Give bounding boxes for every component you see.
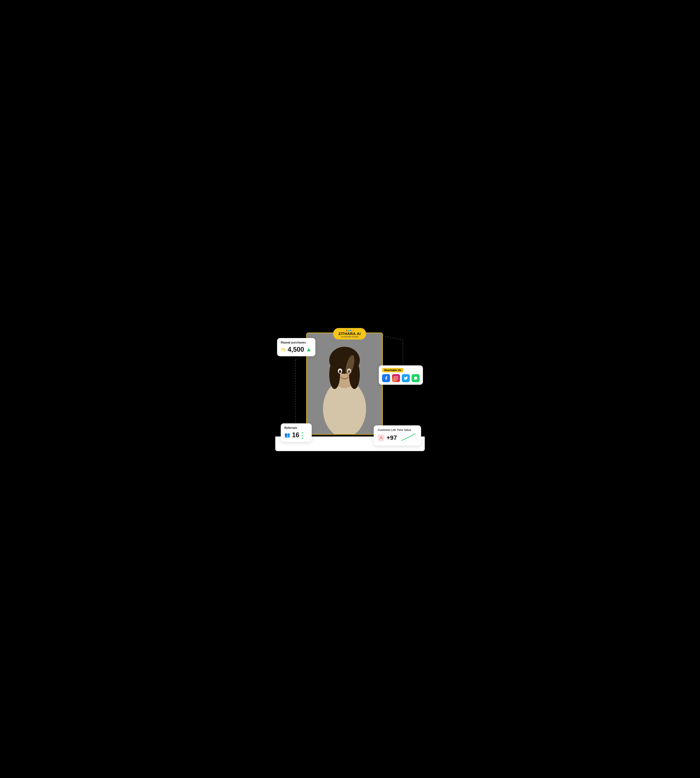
dot-yellow [352,330,353,331]
referrals-person-icon: 👥 [284,432,290,438]
referrals-value: 16 [292,431,299,439]
referrals-card: Referrals 👥 16 ▲ ▲ ▲ [281,423,312,442]
instagram-icon[interactable] [392,374,400,382]
dot-green [348,330,350,331]
reachable-on-card: Reachable On [379,366,423,385]
reachable-on-label: Reachable On [382,368,403,372]
dot-red [346,330,347,331]
svg-point-14 [339,370,341,373]
repeat-purchases-value: 4,500 [288,346,304,353]
svg-rect-19 [394,376,398,380]
svg-point-21 [397,377,397,377]
customer-ltv-value: +97 [387,434,397,441]
person-photo [307,333,382,434]
referrals-label: Referrals [284,426,308,429]
brand-dots [346,330,353,331]
brand-name: ZITHARA.Ai [338,332,361,336]
zithara-badge: ZITHARA.Ai Accelerated Growth [333,328,366,339]
repeat-purchases-card: Repeat purchases 🛍 4,500 ▲ [277,338,315,356]
svg-point-22 [380,436,382,437]
referrals-row: 👥 16 ▲ ▲ ▲ [284,431,308,439]
customer-ltv-icon [378,434,385,441]
ltv-trend-chart [401,433,417,443]
bag-icon: 🛍 [281,346,286,352]
svg-point-20 [395,377,397,379]
svg-point-10 [329,360,340,389]
main-scene: ZITHARA.Ai Accelerated Growth Repeat pur… [275,318,425,460]
customer-ltv-row: +97 [378,433,417,443]
repeat-purchases-row: 🛍 4,500 ▲ [281,346,312,353]
dot-blue [350,330,352,331]
whatsapp-icon[interactable] [412,374,420,382]
brand-subtitle: Accelerated Growth [341,336,358,338]
twitter-icon[interactable] [402,374,410,382]
facebook-icon[interactable] [382,374,390,382]
repeat-purchases-trend-icon: ▲ [306,346,312,353]
customer-ltv-label: Customer Life Time Value [378,428,417,431]
person-image-frame [306,332,383,435]
customer-ltv-card: Customer Life Time Value +97 [374,426,421,446]
referrals-trend-icon: ▲ ▲ ▲ [301,431,304,439]
repeat-purchases-label: Repeat purchases [281,341,312,344]
social-icons-row [382,374,420,382]
